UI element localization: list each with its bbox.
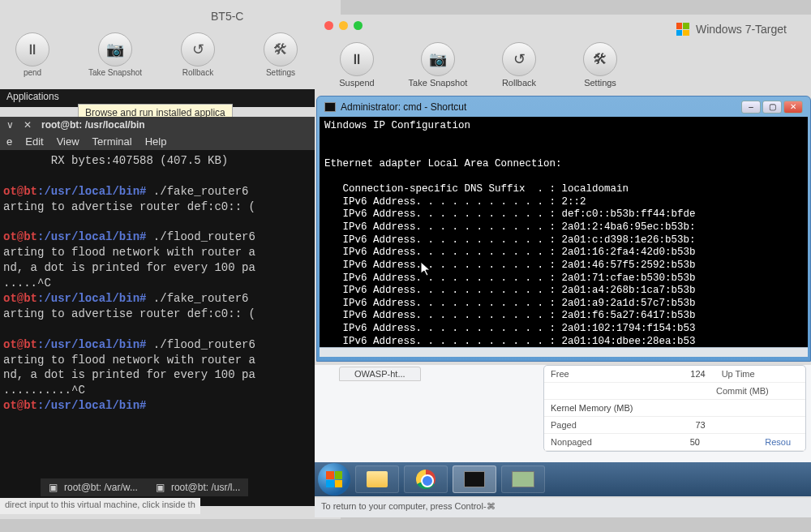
suspend-label: pend [24,68,41,77]
terminal-output[interactable]: RX bytes:407588 (407.5 KB) ot@bt:/usr/lo… [0,150,341,417]
terminal-tab-title: root@bt: /usr/local/bin [41,119,145,131]
taskmgr-taskbar-button[interactable] [501,466,545,493]
uptime-label: Up Time [722,369,799,379]
resource-button[interactable]: Resou [716,437,799,447]
desktop-lower: OWASP-ht... Free 124 Up Time Commit (MB)… [315,365,811,470]
applications-menu[interactable]: Applications [6,91,59,102]
suspend-button[interactable]: ⏸ Suspend [324,42,389,88]
terminal-menubar: e Edit View Terminal Help [0,133,341,150]
zoom-icon[interactable] [354,21,363,30]
maximize-button[interactable]: ▢ [762,101,782,114]
camera-icon: 📷 [98,32,132,66]
cmd-icon [464,471,485,487]
paged-label: Paged [551,420,628,430]
start-button[interactable] [318,463,350,496]
paged-value: 73 [628,420,721,430]
rollback-button[interactable]: ↺ Rollback [487,42,551,88]
settings-icon: 🛠 [583,42,617,76]
ws-tab-1[interactable]: root@bt: /var/w... [64,482,138,493]
vm-statusbar: To return to your computer, press Contro… [315,498,811,517]
mouse-cursor [420,261,433,277]
free-label: Free [551,369,628,379]
snapshot-button[interactable]: 📷 Take Snapshot [406,42,470,88]
win7-title-text: Windows 7-Target [696,23,787,36]
windows-flag-icon [326,471,342,487]
window-buttons: – ▢ ✕ [741,101,803,114]
win7-taskbar[interactable] [315,462,811,496]
cmd-taskbar-button[interactable] [453,466,496,493]
menu-view[interactable]: View [57,135,79,148]
snapshot-label: Take Snapshot [409,78,468,88]
taskbar-icon: ▣ [156,482,165,493]
settings-button[interactable]: 🛠 Settings [248,32,313,77]
vm-statusbar: direct input to this virtual machine, cl… [0,498,200,514]
pause-icon: ⏸ [340,42,374,76]
bt5-vm-window: BT5-C ⏸ pend 📷 Take Snapshot ↺ Rollback … [0,0,341,519]
cmd-window[interactable]: Administrator: cmd - Shortcut – ▢ ✕ Wind… [316,96,811,362]
win7-vm-window: Windows 7-Target ⏸ Suspend 📷 Take Snapsh… [315,15,811,517]
nonpaged-label: Nonpaged [551,437,625,447]
explorer-taskbar-button[interactable] [355,466,399,493]
minimize-icon[interactable]: ∨ [6,119,14,131]
suspend-button[interactable]: ⏸ pend [0,32,65,77]
suspend-label: Suspend [339,78,374,88]
ws-tab-2[interactable]: root@bt: /usr/l... [171,482,241,493]
settings-label: Settings [266,68,295,77]
folder-icon [367,471,388,487]
snapshot-button[interactable]: 📷 Take Snapshot [83,32,148,77]
cmd-titlebar[interactable]: Administrator: cmd - Shortcut – ▢ ✕ [320,99,808,117]
window-controls [324,21,363,30]
settings-button[interactable]: 🛠 Settings [568,42,633,88]
cmd-icon [324,102,336,112]
win7-title: Windows 7-Target [676,23,787,36]
chrome-taskbar-button[interactable] [404,466,448,493]
menu-help[interactable]: Help [145,135,167,148]
pause-icon: ⏸ [15,32,49,66]
taskbar-icon: ▣ [49,482,58,493]
snapshot-label: Take Snapshot [88,68,142,77]
close-icon[interactable] [324,21,333,30]
menu-edit[interactable]: Edit [25,135,43,148]
chrome-icon [416,470,436,489]
rollback-label: Rollback [182,68,213,77]
rollback-label: Rollback [502,78,536,88]
taskmgr-stats: Free 124 Up Time Commit (MB) Kernel Memo… [543,365,806,452]
rollback-button[interactable]: ↺ Rollback [165,32,230,77]
nonpaged-value: 50 [625,437,716,447]
commit-label: Commit (MB) [716,386,799,396]
scrollbar-horizontal[interactable] [320,347,808,357]
settings-label: Settings [584,78,616,88]
terminal-tabbar: ∨ ✕ root@bt: /usr/local/bin [0,117,341,133]
close-icon[interactable]: ✕ [24,119,32,131]
camera-icon: 📷 [421,42,455,76]
close-button[interactable]: ✕ [783,101,803,114]
menu-file[interactable]: e [6,135,12,148]
windows-flag-icon [676,23,689,36]
window-switcher[interactable]: ▣ root@bt: /var/w... ▣ root@bt: /usr/l..… [41,478,248,496]
bt5-toolbar: ⏸ pend 📷 Take Snapshot ↺ Rollback 🛠 Sett… [0,0,341,77]
minimize-button[interactable]: – [741,101,761,114]
bt5-title: BT5-C [211,10,243,23]
rollback-icon: ↺ [502,42,536,76]
bt5-terminal-window: ∨ ✕ root@bt: /usr/local/bin e Edit View … [0,117,341,506]
settings-icon: 🛠 [264,32,298,66]
cmd-title-text: Administrator: cmd - Shortcut [341,101,466,113]
rollback-icon: ↺ [181,32,215,66]
cmd-output[interactable]: Windows IP Configuration Ethernet adapte… [320,117,808,347]
free-value: 124 [628,369,721,379]
kernel-header: Kernel Memory (MB) [544,400,805,417]
menu-terminal[interactable]: Terminal [92,135,132,148]
owasp-taskbar-item[interactable]: OWASP-ht... [339,367,421,381]
monitor-icon [512,471,534,487]
minimize-icon[interactable] [339,21,348,30]
